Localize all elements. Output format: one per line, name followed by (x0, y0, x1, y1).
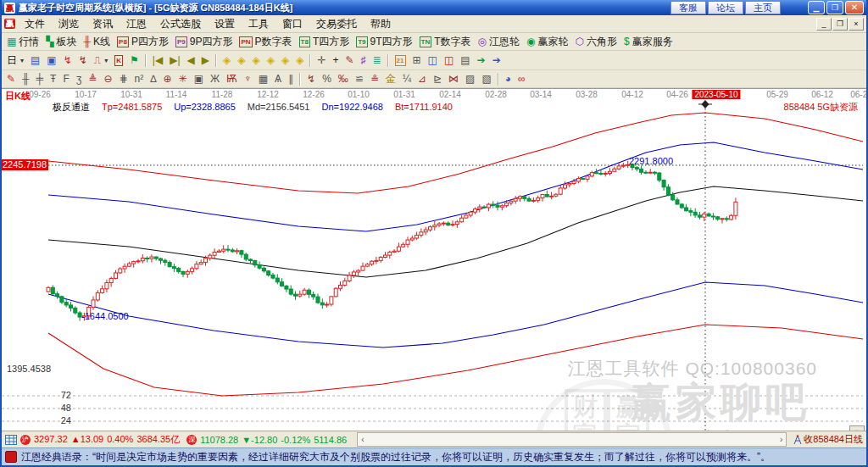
restore-button[interactable]: ❐ (826, 1, 843, 14)
prev-button[interactable]: ◀ (184, 53, 198, 68)
line-manager-button[interactable]: ≣ (370, 53, 385, 68)
mdi-minimize-button[interactable]: _ (816, 18, 832, 31)
close-button[interactable]: ✕ (845, 1, 864, 14)
nine-t-square-button[interactable]: T99T四方形 (353, 34, 415, 49)
scroll-right-arrow[interactable]: › (780, 435, 782, 444)
draw-hatch2-icon[interactable]: ▧ (478, 71, 494, 86)
szse-index-quote[interactable]: 11078.28▼-12.80-0.12%5114.86 (200, 435, 350, 445)
draw-gann-grid-icon[interactable]: ⋕ (115, 71, 131, 86)
t-square-button[interactable]: T8T四方形 (296, 34, 353, 49)
draw-box-icon[interactable]: ▣ (191, 71, 207, 86)
mdi-restore-button[interactable]: ❐ (832, 18, 848, 31)
draw-lightning-icon[interactable]: ↯ (303, 71, 319, 86)
winner-service-button[interactable]: $赢家服务 (620, 34, 676, 49)
crosshair-tool-button[interactable]: + (329, 53, 342, 68)
p-square-button[interactable]: P8P四方形 (114, 34, 172, 49)
draw-angle-icon[interactable]: ≜ (85, 71, 100, 86)
draw-fibonacci-icon[interactable]: F (59, 71, 72, 86)
draw-bowtie-icon[interactable]: ⋈ (445, 71, 462, 86)
service-button-0[interactable]: 客服 (670, 1, 706, 14)
quotes-button[interactable]: ▦行情 (3, 34, 42, 49)
menu-item-0[interactable]: 文件 (18, 15, 52, 33)
draw-parallel-icon[interactable]: ∥ (285, 71, 297, 86)
calendar-button[interactable]: 21 (392, 53, 409, 68)
zoom-in-button[interactable]: ◈ (234, 53, 248, 68)
sse-index-quote[interactable]: 3297.32▲13.090.40%3684.35亿 (34, 433, 183, 446)
menu-item-4[interactable]: 公式选股 (153, 15, 208, 33)
draw-permille-icon[interactable]: ‰ (335, 71, 352, 86)
shift-left-button[interactable]: ◈ (278, 53, 292, 68)
nine-p-square-button[interactable]: P99P四方形 (172, 34, 236, 49)
compress-button[interactable]: ◈ (248, 53, 263, 68)
first-page-button[interactable]: |◀ (149, 53, 166, 68)
info-panel-button[interactable]: ▣ (43, 53, 59, 68)
quote-grid-icon[interactable] (5, 435, 17, 445)
export-button[interactable]: ➔ (474, 53, 489, 68)
color-lines-button[interactable]: ⚑ (126, 53, 142, 68)
calculator-button[interactable]: ⊞ (409, 53, 425, 68)
service-button-1[interactable]: 论坛 (708, 1, 743, 14)
chart-splitter-button[interactable]: − (849, 425, 865, 431)
draw-quarter-icon[interactable]: ¼ (399, 71, 415, 86)
draw-congruent-icon[interactable]: ≌ (352, 71, 367, 86)
kline-settings-button[interactable]: K (111, 53, 126, 68)
draw-square-of-nine-icon[interactable]: n² (131, 71, 147, 86)
mark-tool-button[interactable]: ♯ (358, 53, 370, 68)
draw-wedge-icon[interactable]: ⊵ (430, 71, 445, 86)
save-as-button[interactable]: ◫ (441, 53, 457, 68)
draw-trident-icon[interactable]: ♆ (241, 71, 255, 86)
minimize-button[interactable]: ▁ (808, 1, 825, 14)
gann-wheel-button[interactable]: ◎江恩轮 (475, 34, 523, 49)
draw-right-triangle-icon[interactable]: ⊿ (415, 71, 430, 86)
draw-gann-circle-icon[interactable]: ⊕ (160, 71, 175, 86)
hexagon-button[interactable]: ⬡六角形 (572, 34, 620, 49)
menu-item-7[interactable]: 窗口 (275, 15, 309, 33)
infinity-tool-icon[interactable]: ∞ (515, 71, 529, 86)
draw-price-grid-icon[interactable]: ╪ (33, 71, 47, 86)
draw-time-ruler-icon[interactable]: Ŧ (47, 71, 59, 86)
mdi-close-button[interactable]: × (849, 18, 864, 31)
service-button-2[interactable]: 主页 (745, 1, 781, 14)
menu-item-2[interactable]: 资讯 (86, 15, 120, 33)
scroll-left-arrow[interactable]: ‹ (361, 435, 364, 444)
menu-item-3[interactable]: 江恩 (120, 15, 153, 33)
timeshare-chart-button[interactable]: ▤ (27, 53, 43, 68)
draw-spiral-icon[interactable]: ʒ (73, 71, 86, 86)
zoom-out-button[interactable]: ◈ (220, 53, 234, 68)
candle-style-selector[interactable]: ⎍▾ (91, 53, 111, 68)
szse-index-icon[interactable]: 深 (186, 435, 197, 445)
draw-grid-lines-icon[interactable]: ╫ (19, 71, 33, 86)
menu-item-5[interactable]: 设置 (208, 15, 242, 33)
hand-tool-button[interactable]: ✛ (314, 53, 329, 68)
chart-scrollbar[interactable]: ‹ › (357, 432, 787, 447)
draw-fan-icon[interactable]: Ж (207, 71, 223, 86)
draw-triangle-icon[interactable]: ∆ (147, 71, 159, 86)
draw-table-icon[interactable]: ▦ (255, 71, 271, 86)
shift-right-button[interactable]: ◈ (292, 53, 307, 68)
send-button[interactable]: ➔ (489, 53, 504, 68)
menu-item-8[interactable]: 交易委托 (309, 15, 364, 33)
draw-golden-section-icon[interactable]: 金 (382, 71, 399, 86)
p-number-table-button[interactable]: PNP数字表 (236, 34, 295, 49)
draw-ring-icon[interactable]: ≗ (367, 71, 382, 86)
sse-index-icon[interactable]: 沪 (20, 435, 31, 445)
draw-channel-icon[interactable]: Ѭ (223, 71, 241, 86)
sectors-button[interactable]: ▚板块 (42, 34, 80, 49)
annotate-tool-button[interactable]: ✎ (342, 53, 357, 68)
draw-percent-icon[interactable]: % (319, 71, 335, 86)
zigzag-tool-button[interactable]: ↯ (60, 53, 75, 68)
titlebar[interactable]: 赢 赢家老子时空周期系统[纵横版] - [5G缺资源 GN858484-184日… (2, 0, 866, 15)
period-selector[interactable]: 日▾ (3, 53, 27, 68)
yinyang-tool-icon[interactable]: ◕ (502, 71, 515, 86)
draw-pencil-icon[interactable]: ✎ (3, 71, 19, 86)
menu-item-6[interactable]: 工具 (242, 15, 275, 33)
draw-wave-icon[interactable]: Ѧ (271, 71, 285, 86)
save-button[interactable]: ◫ (425, 53, 441, 68)
winner-wheel-button[interactable]: ◉赢家轮 (523, 34, 571, 49)
menu-item-1[interactable]: 浏览 (52, 15, 86, 33)
last-page-button[interactable]: ▶| (166, 53, 183, 68)
menu-item-9[interactable]: 帮助 (364, 15, 398, 33)
print-button[interactable]: ▤ (457, 53, 473, 68)
draw-hatch-icon[interactable]: ▨ (462, 71, 478, 86)
kline-button[interactable]: ╫K线 (81, 34, 114, 49)
